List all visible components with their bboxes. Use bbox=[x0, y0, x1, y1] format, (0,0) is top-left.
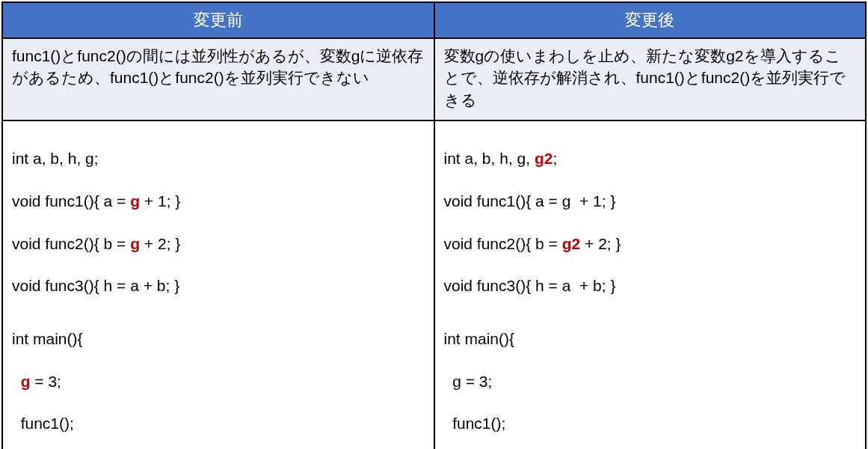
code-line: void func1(){ a = g + 1; } bbox=[12, 191, 425, 212]
header-after: 変更後 bbox=[434, 2, 867, 38]
code-line: void func2(){ b = g2 + 2; } bbox=[444, 233, 857, 254]
code-line: int main(){ bbox=[444, 329, 857, 349]
highlight-g: g bbox=[130, 235, 140, 252]
header-before: 変更前 bbox=[2, 2, 434, 38]
comparison-table: 変更前 変更後 func1()とfunc2()の間には並列性があるが、変数gに逆… bbox=[1, 1, 867, 449]
code-line: void func3(){ h = a + b; } bbox=[444, 275, 857, 296]
code-before: int a, b, h, g; void func1(){ a = g + 1;… bbox=[2, 120, 434, 449]
highlight-g2: g2 bbox=[535, 150, 553, 167]
description-after: 変数gの使いまわしを止め、新たな変数g2を導入することで、逆依存が解消され、fu… bbox=[434, 38, 867, 120]
code-line: void func2(){ b = g + 2; } bbox=[12, 233, 425, 254]
highlight-g: g bbox=[130, 192, 140, 210]
code-line: void func1(){ a = g + 1; } bbox=[444, 191, 857, 212]
description-before: func1()とfunc2()の間には並列性があるが、変数gに逆依存があるため、… bbox=[2, 38, 434, 120]
code-line: void func3(){ h = a + b; } bbox=[12, 275, 425, 296]
code-line: func1(); bbox=[444, 413, 857, 434]
code-line: g = 3; bbox=[444, 371, 857, 392]
code-after: int a, b, h, g, g2; void func1(){ a = g … bbox=[434, 120, 867, 449]
code-line: g = 3; bbox=[12, 371, 425, 392]
code-line: func1(); bbox=[12, 413, 425, 434]
code-line: int main(){ bbox=[12, 329, 425, 349]
code-line: int a, b, h, g; bbox=[12, 148, 425, 169]
highlight-g2: g2 bbox=[562, 235, 581, 252]
highlight-g: g bbox=[21, 373, 31, 390]
code-line: int a, b, h, g, g2; bbox=[444, 148, 857, 169]
comparison-table-wrap: 変更前 変更後 func1()とfunc2()の間には並列性があるが、変数gに逆… bbox=[0, 0, 868, 449]
